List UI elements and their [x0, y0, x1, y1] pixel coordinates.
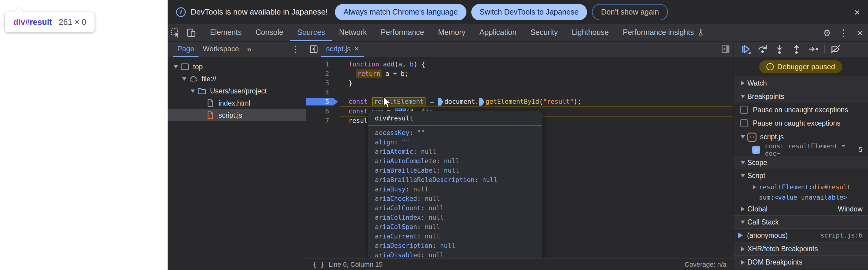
toggle-navigator-icon[interactable]	[306, 41, 321, 57]
breakpoint-group-script-js[interactable]: ‹›script.js	[734, 130, 868, 144]
paused-info-icon: i	[767, 63, 774, 70]
variable-value: <value unavailable>	[774, 194, 847, 201]
caret-right-icon[interactable]	[738, 81, 747, 85]
caret-right-icon[interactable]	[738, 247, 747, 251]
tab-sources[interactable]: Sources	[290, 24, 332, 41]
step-over-icon[interactable]	[755, 42, 770, 56]
infobar-close-icon[interactable]: ×	[854, 7, 860, 17]
callstack-frame[interactable]: (anonymous)script.js:6	[734, 229, 868, 242]
variable-resultelement[interactable]: resultElement: div#result	[734, 182, 868, 192]
token: document	[444, 98, 475, 105]
pretty-print-icon[interactable]: { }	[313, 261, 324, 268]
tab-performance-insights[interactable]: Performance insights	[616, 24, 711, 41]
property-value: null	[429, 214, 444, 221]
scope-script[interactable]: Script	[734, 169, 868, 182]
always-match-language-button[interactable]: Always match Chrome's language	[335, 4, 466, 20]
deactivate-breakpoints-icon[interactable]	[828, 42, 843, 56]
caret-down-icon[interactable]	[738, 135, 747, 139]
caret-right-icon[interactable]	[738, 260, 747, 265]
settings-gear-icon[interactable]: ⚙	[819, 28, 835, 38]
section-label: Breakpoints	[747, 92, 784, 101]
line-number[interactable]: 3	[306, 80, 340, 87]
property-value: null	[425, 195, 440, 202]
devtools-close-icon[interactable]: ×	[851, 28, 868, 38]
caret-right-icon[interactable]	[738, 207, 747, 211]
resume-script-icon[interactable]	[738, 42, 753, 56]
breakpoint-line-number: 5	[859, 146, 868, 153]
section-dom-breakpoints[interactable]: DOM Breakpoints	[734, 256, 868, 269]
dont-show-again-button[interactable]: Don't show again	[592, 4, 668, 20]
line-number[interactable]: 7	[306, 117, 340, 124]
tab-application[interactable]: Application	[472, 24, 523, 41]
tab-performance[interactable]: Performance	[374, 24, 431, 41]
scope-global[interactable]: GlobalWindow	[734, 203, 868, 215]
toolbar-right-icons: ⚙ ⋮ ×	[817, 28, 868, 38]
tree-item-top[interactable]: top	[167, 61, 306, 73]
caret-down-icon[interactable]	[738, 220, 747, 224]
breakpoint-badge[interactable]: 5	[306, 98, 340, 106]
tab-workspace[interactable]: Workspace	[198, 41, 243, 57]
main-toolbar: ElementsConsoleSourcesNetworkPerformance…	[167, 24, 868, 41]
navigator-menu-kebab-icon[interactable]: ⋮	[285, 41, 306, 57]
variable-sum[interactable]: sum: <value unavailable>	[734, 192, 868, 203]
infobar-message: DevTools is now available in Japanese!	[191, 7, 328, 17]
tree-item-file-[interactable]: file://	[167, 73, 306, 85]
caret-down-icon[interactable]	[738, 161, 747, 164]
tree-item-users-user-project[interactable]: Users/user/project	[167, 85, 306, 97]
file-js-icon	[205, 111, 216, 120]
section-label: XHR/fetch Breakpoints	[747, 245, 818, 253]
tree-caret-icon[interactable]	[172, 65, 180, 68]
device-toolbar-icon[interactable]	[183, 24, 199, 41]
checkbox-pause-on-uncaught-exceptions[interactable]: Pause on uncaught exceptions	[734, 103, 868, 117]
tab-page[interactable]: Page	[173, 41, 198, 57]
caret-down-icon[interactable]	[738, 174, 747, 177]
breakpoint-checkbox-icon[interactable]: ✓	[752, 146, 760, 154]
line-number[interactable]: 1	[306, 61, 340, 68]
caret-down-icon[interactable]	[738, 95, 747, 98]
tab-elements[interactable]: Elements	[203, 24, 249, 41]
continue-to-here-icon[interactable]	[479, 98, 484, 106]
tooltip-caret	[13, 7, 24, 18]
step-icon[interactable]	[806, 42, 821, 56]
devtools-window: i DevTools is now available in Japanese!…	[167, 0, 868, 270]
section-breakpoints[interactable]: Breakpoints	[734, 90, 868, 103]
tab-lighthouse[interactable]: Lighthouse	[565, 24, 616, 41]
property-name: align	[375, 139, 394, 146]
toggle-debugger-sidebar-icon[interactable]	[718, 41, 733, 57]
line-number[interactable]: 4	[306, 89, 340, 96]
property-value: null	[482, 176, 498, 183]
tree-caret-icon[interactable]	[189, 90, 197, 93]
section-scope[interactable]: Scope	[734, 156, 868, 169]
step-into-icon[interactable]	[772, 42, 787, 56]
step-out-icon[interactable]	[788, 42, 804, 56]
more-tabs-icon[interactable]: »	[243, 41, 255, 57]
section-call-stack[interactable]: Call Stack	[734, 215, 868, 229]
tab-security[interactable]: Security	[523, 24, 565, 41]
line-number[interactable]: 2	[306, 70, 340, 78]
continue-to-here-icon[interactable]	[438, 98, 443, 106]
tab-memory[interactable]: Memory	[431, 24, 472, 41]
tree-item-index-html[interactable]: index.html	[167, 97, 306, 109]
more-options-kebab-icon[interactable]: ⋮	[835, 28, 851, 38]
checkbox-icon[interactable]	[740, 119, 748, 127]
property-colon: :	[436, 167, 444, 174]
tree-item-script-js[interactable]: script.js	[167, 109, 306, 121]
line-number[interactable]: 6	[306, 108, 340, 115]
editor-tab-scriptjs[interactable]: script.js ×	[321, 41, 364, 57]
section-label: Call Stack	[747, 218, 779, 226]
editor-tab-close-icon[interactable]: ×	[354, 44, 359, 53]
checkbox-pause-on-caught-exceptions[interactable]: Pause on caught exceptions	[734, 117, 868, 130]
switch-devtools-japanese-button[interactable]: Switch DevTools to Japanese	[471, 4, 587, 20]
variable-colon: :	[770, 194, 774, 201]
caret-right-icon[interactable]	[750, 185, 759, 189]
navigator-header: Page Workspace » ⋮	[167, 41, 306, 57]
section-watch[interactable]: Watch	[734, 77, 868, 90]
breakpoint-entry[interactable]: ✓const resultElement = doc⋯5	[734, 144, 868, 156]
tree-caret-icon[interactable]	[180, 78, 188, 81]
tab-console[interactable]: Console	[249, 24, 290, 41]
section-xhr-fetch-breakpoints[interactable]: XHR/fetch Breakpoints	[734, 242, 868, 256]
checkbox-icon[interactable]	[740, 106, 748, 114]
tab-network[interactable]: Network	[332, 24, 374, 41]
source-file-icon: ‹›	[747, 132, 756, 142]
inspect-element-icon[interactable]	[167, 24, 183, 41]
